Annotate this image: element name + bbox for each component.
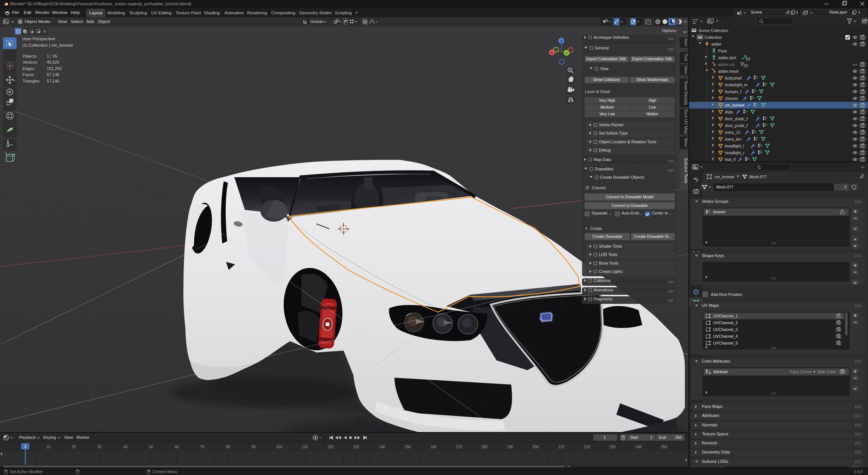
svg-text:X: X [551, 51, 553, 55]
svg-text:Y: Y [565, 51, 568, 55]
svg-text:Z: Z [560, 39, 562, 43]
